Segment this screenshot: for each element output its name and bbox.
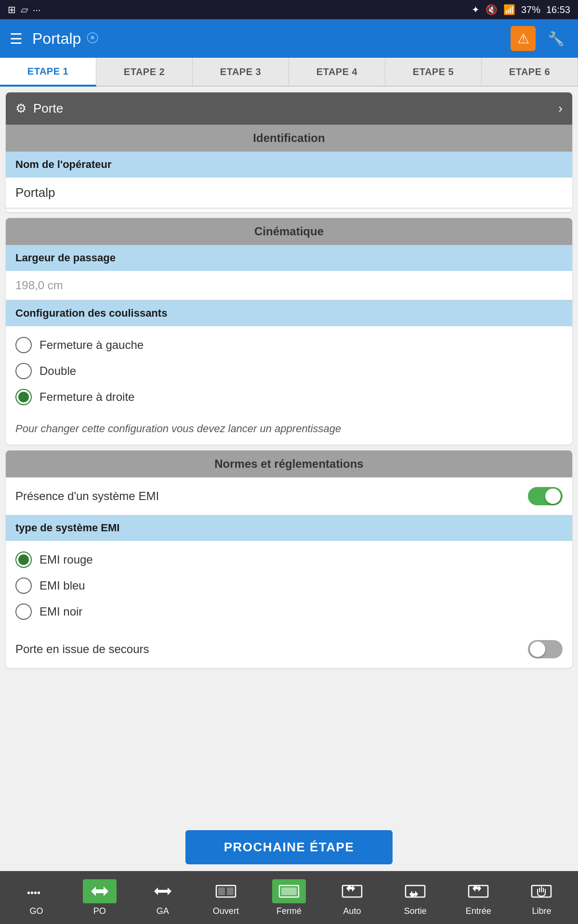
radio-double[interactable]: Double <box>15 358 563 384</box>
svg-text:••••: •••• <box>27 887 40 898</box>
app-title: Portalp ⦿ <box>32 30 99 48</box>
width-label: Largeur de passage <box>6 245 572 271</box>
chevron-right-icon: › <box>558 101 563 116</box>
tab-etape4[interactable]: ETAPE 4 <box>289 58 385 86</box>
po-label: PO <box>93 906 106 916</box>
top-bar: ☰ Portalp ⦿ ⚠ 🔧 <box>0 19 578 58</box>
auto-label: Auto <box>343 906 361 916</box>
sortie-label: Sortie <box>404 906 427 916</box>
battery-text: 37% <box>521 4 540 15</box>
next-step-button[interactable]: PROCHAINE ÉTAPE <box>185 830 393 864</box>
tab-etape5[interactable]: ETAPE 5 <box>385 58 482 86</box>
po-icon <box>83 879 117 903</box>
toolbar-go[interactable]: •••• GO <box>8 879 66 916</box>
menu-button[interactable]: ☰ <box>10 30 23 47</box>
libre-icon <box>525 879 558 903</box>
auto-svg <box>342 883 363 900</box>
entree-icon <box>461 879 495 903</box>
next-step-container: PROCHAINE ÉTAPE <box>0 823 578 871</box>
issue-secours-toggle[interactable] <box>528 640 563 658</box>
warning-button[interactable]: ⚠ <box>511 26 536 51</box>
wrench-button[interactable]: 🔧 <box>543 26 568 51</box>
identification-header: Identification <box>6 125 572 152</box>
toolbar-entree[interactable]: Entrée <box>449 879 507 916</box>
operator-label: Nom de l'opérateur <box>6 152 572 178</box>
sortie-svg <box>405 883 426 900</box>
ga-icon <box>146 879 180 903</box>
identification-section: Identification Nom de l'opérateur Portal… <box>6 125 572 212</box>
ouvert-svg <box>215 883 236 900</box>
emi-type-label: type de système EMI <box>6 515 572 541</box>
tab-etape6[interactable]: ETAPE 6 <box>482 58 578 86</box>
ga-label: GA <box>157 906 169 916</box>
radio-fermeture-droite[interactable]: Fermeture à droite <box>15 384 563 410</box>
radio-circle-emi-bleu <box>15 578 32 594</box>
info-text-cinematique: Pour changer cette configuration vous de… <box>6 416 572 445</box>
cinematique-header: Cinématique <box>6 218 572 245</box>
porte-card-header: ⚙ Porte › <box>6 92 572 125</box>
tab-etape3[interactable]: ETAPE 3 <box>193 58 289 86</box>
emi-presence-row: Présence d'un système EMI <box>6 477 572 515</box>
operator-value: Portalp <box>6 178 572 208</box>
svg-rect-4 <box>218 887 225 895</box>
svg-rect-5 <box>227 887 234 895</box>
status-bar-right: ✦ 🔇 📶 37% 16:53 <box>472 4 570 15</box>
ferme-icon <box>272 879 306 903</box>
toolbar-ga[interactable]: GA <box>134 879 192 916</box>
radio-circle-emi-rouge <box>15 552 32 568</box>
libre-svg <box>531 883 552 900</box>
normes-header: Normes et réglementations <box>6 450 572 477</box>
issue-secours-row: Porte en issue de secours <box>6 630 572 668</box>
sortie-icon <box>398 879 432 903</box>
window-icon2: ▱ <box>21 4 28 15</box>
time-text: 16:53 <box>546 4 570 15</box>
svg-marker-1 <box>91 886 108 896</box>
radio-circle-gauche <box>15 337 32 353</box>
toolbar-po[interactable]: PO <box>71 879 129 916</box>
radio-fermeture-gauche[interactable]: Fermeture à gauche <box>15 332 563 358</box>
svg-rect-7 <box>281 887 297 895</box>
radio-emi-bleu[interactable]: EMI bleu <box>15 573 563 599</box>
toolbar-auto[interactable]: Auto <box>323 879 381 916</box>
ga-svg <box>152 883 173 900</box>
toolbar-libre[interactable]: Libre <box>512 879 570 916</box>
coulissants-radio-group: Fermeture à gauche Double Fermeture à dr… <box>6 326 572 416</box>
emi-presence-toggle[interactable] <box>528 487 563 505</box>
tabs-bar: ETAPE 1 ETAPE 2 ETAPE 3 ETAPE 4 ETAPE 5 … <box>0 58 578 87</box>
top-bar-left: ☰ Portalp ⦿ <box>10 30 99 48</box>
po-svg <box>89 883 110 900</box>
radio-circle-double <box>15 363 32 379</box>
status-bar: ⊞ ▱ ··· ✦ 🔇 📶 37% 16:53 <box>0 0 578 19</box>
gear-icon: ⚙ <box>15 101 26 116</box>
emi-type-radio-group: EMI rouge EMI bleu EMI noir <box>6 541 572 630</box>
ferme-label: Fermé <box>276 906 302 916</box>
cinematique-card: Cinématique Largeur de passage 198,0 cm … <box>6 218 572 445</box>
toolbar-ferme[interactable]: Fermé <box>260 879 318 916</box>
tab-etape1[interactable]: ETAPE 1 <box>0 58 96 87</box>
radio-circle-droite <box>15 389 32 405</box>
libre-label: Libre <box>532 906 551 916</box>
bluetooth-icon: ⦿ <box>86 31 99 46</box>
status-bar-left: ⊞ ▱ ··· <box>8 4 41 15</box>
bluetooth-status-icon: ✦ <box>472 4 480 15</box>
issue-secours-label: Porte en issue de secours <box>15 642 149 656</box>
auto-icon <box>335 879 369 903</box>
ferme-svg <box>278 883 300 900</box>
radio-emi-rouge[interactable]: EMI rouge <box>15 547 563 573</box>
warning-icon: ⚠ <box>517 31 529 47</box>
wifi-icon: 📶 <box>503 4 515 15</box>
porte-card: ⚙ Porte › Identification Nom de l'opérat… <box>6 92 572 212</box>
mute-icon: 🔇 <box>486 4 498 15</box>
radio-emi-noir[interactable]: EMI noir <box>15 599 563 625</box>
toolbar-ouvert[interactable]: Ouvert <box>197 879 255 916</box>
app-title-text: Portalp <box>32 30 81 48</box>
width-value[interactable]: 198,0 cm <box>6 271 572 300</box>
svg-marker-2 <box>154 887 171 895</box>
toolbar-sortie[interactable]: Sortie <box>386 879 444 916</box>
top-bar-right: ⚠ 🔧 <box>511 26 568 51</box>
bottom-toolbar: •••• GO PO GA Ouvert <box>0 871 578 924</box>
go-icon: •••• <box>20 879 53 903</box>
emi-presence-label: Présence d'un système EMI <box>15 489 159 503</box>
tab-etape2[interactable]: ETAPE 2 <box>96 58 193 86</box>
entree-label: Entrée <box>466 906 491 916</box>
